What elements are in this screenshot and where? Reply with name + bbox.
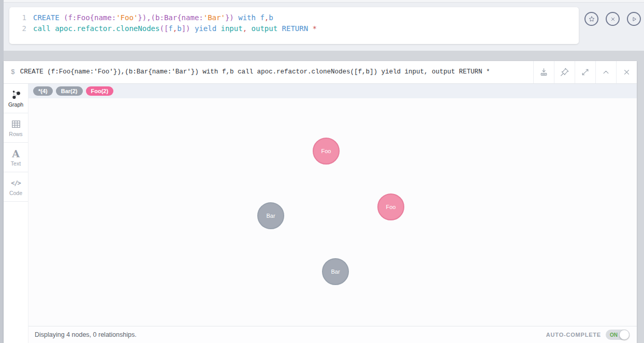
pin-icon bbox=[559, 67, 570, 78]
chevron-up-icon bbox=[601, 67, 611, 78]
graph-node-foo[interactable]: Foo bbox=[313, 138, 340, 165]
frame-query-text[interactable]: CREATE (f:Foo{name:'Foo'}),(b:Bar{name:'… bbox=[20, 61, 533, 83]
download-icon bbox=[538, 67, 549, 78]
view-sidebar: Graph Rows A Text </> bbox=[4, 84, 28, 343]
editor-actions bbox=[584, 12, 641, 26]
left-edge-strip bbox=[0, 0, 4, 343]
graph-node-bar[interactable]: Bar bbox=[257, 202, 284, 229]
top-strip bbox=[4, 0, 644, 3]
frame-header: $ CREATE (f:Foo{name:'Foo'}),(b:Bar{name… bbox=[4, 61, 637, 84]
query-editor-section: 1CREATE (f:Foo{name:'Foo'}),(b:Bar{name:… bbox=[4, 0, 644, 51]
favorite-query-button[interactable] bbox=[584, 12, 598, 26]
star-icon bbox=[588, 15, 596, 23]
code-line[interactable]: 1CREATE (f:Foo{name:'Foo'}),(b:Bar{name:… bbox=[9, 12, 579, 23]
tab-text-label: Text bbox=[11, 160, 21, 167]
toggle-knob[interactable] bbox=[619, 330, 630, 340]
clear-editor-button[interactable] bbox=[606, 12, 620, 26]
toggle-state-text: ON bbox=[606, 332, 618, 338]
graph-legend: *(4)Bar(2)Foo(2) bbox=[28, 84, 637, 98]
table-icon bbox=[10, 119, 22, 129]
fullscreen-icon bbox=[580, 67, 591, 78]
legend-pill[interactable]: Foo(2) bbox=[86, 86, 114, 96]
code-text: CREATE (f:Foo{name:'Foo'}),(b:Bar{name:'… bbox=[33, 12, 273, 23]
fullscreen-button[interactable] bbox=[575, 61, 595, 83]
graph-canvas[interactable]: FooFooBarBar bbox=[28, 98, 637, 326]
legend-pill[interactable]: *(4) bbox=[33, 86, 53, 96]
neo4j-browser: 1CREATE (f:Foo{name:'Foo'}),(b:Bar{name:… bbox=[0, 0, 644, 343]
tab-code[interactable]: </> Code bbox=[4, 172, 28, 202]
graph-node-bar[interactable]: Bar bbox=[322, 258, 349, 285]
pin-button[interactable] bbox=[554, 61, 575, 83]
graph-icon bbox=[10, 90, 22, 100]
tab-graph[interactable]: Graph bbox=[4, 84, 28, 113]
status-bar: Displaying 4 nodes, 0 relationships. AUT… bbox=[28, 326, 637, 343]
cypher-editor[interactable]: 1CREATE (f:Foo{name:'Foo'}),(b:Bar{name:… bbox=[9, 7, 579, 44]
tab-text[interactable]: A Text bbox=[4, 143, 28, 172]
line-number: 2 bbox=[9, 23, 33, 34]
tab-rows-label: Rows bbox=[9, 131, 22, 137]
editor-code[interactable]: 1CREATE (f:Foo{name:'Foo'}),(b:Bar{name:… bbox=[9, 12, 579, 34]
prompt-symbol: $ bbox=[4, 61, 20, 83]
result-frame: $ CREATE (f:Foo{name:'Foo'}),(b:Bar{name… bbox=[4, 61, 637, 343]
graph-node-foo[interactable]: Foo bbox=[377, 193, 404, 220]
text-icon: A bbox=[12, 148, 20, 159]
play-icon bbox=[630, 15, 638, 23]
collapse-button[interactable] bbox=[595, 61, 616, 83]
main-view: *(4)Bar(2)Foo(2) FooFooBarBar Displaying… bbox=[28, 84, 637, 343]
code-text: call apoc.refactor.cloneNodes([f,b]) yie… bbox=[33, 23, 317, 34]
tab-graph-label: Graph bbox=[8, 101, 23, 108]
code-line[interactable]: 2call apoc.refactor.cloneNodes([f,b]) yi… bbox=[9, 23, 579, 34]
frame-body: Graph Rows A Text </> bbox=[4, 84, 637, 343]
tab-rows[interactable]: Rows bbox=[4, 113, 28, 143]
autocomplete-control: AUTO-COMPLETE ON bbox=[546, 330, 630, 340]
close-icon bbox=[621, 67, 632, 78]
status-text: Displaying 4 nodes, 0 relationships. bbox=[35, 331, 137, 338]
close-icon bbox=[609, 15, 617, 23]
export-button[interactable] bbox=[533, 61, 554, 83]
line-number: 1 bbox=[9, 12, 33, 23]
legend-pill[interactable]: Bar(2) bbox=[56, 86, 83, 96]
tab-code-label: Code bbox=[9, 190, 22, 196]
autocomplete-toggle[interactable]: ON bbox=[606, 330, 630, 340]
run-query-button[interactable] bbox=[627, 12, 641, 26]
close-frame-button[interactable] bbox=[616, 61, 637, 83]
frame-actions bbox=[533, 61, 637, 83]
code-icon: </> bbox=[11, 178, 21, 188]
autocomplete-label: AUTO-COMPLETE bbox=[546, 332, 601, 338]
